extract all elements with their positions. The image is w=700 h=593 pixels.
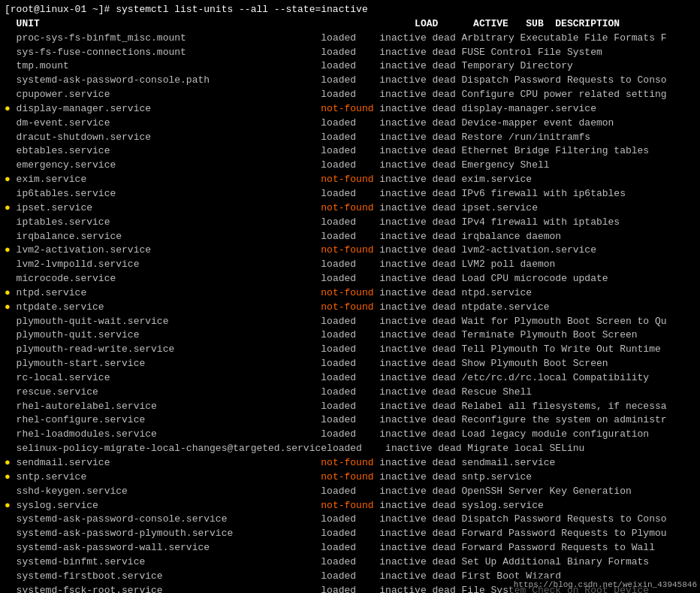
table-row: systemd-ask-password-plymouth.service lo… [2, 527, 698, 541]
active-col: inactive [379, 74, 432, 86]
bullet-icon [5, 316, 17, 327]
load-col: not-found [321, 287, 379, 298]
sub-col: dead [433, 428, 462, 440]
desc-col: Device-mapper event daemon [462, 117, 614, 129]
desc-col: Load legacy module configuration [462, 428, 650, 440]
load-col: loaded [321, 32, 379, 44]
desc-col: Emergency Shell [462, 159, 550, 171]
unit-col: selinux-policy-migrate-local-changes@tar… [17, 443, 327, 454]
active-col: inactive [379, 358, 432, 369]
unit-col: plymouth-start.service [17, 358, 321, 369]
table-row: ● lvm2-activation.service not-found inac… [2, 244, 698, 258]
active-col: inactive [379, 47, 432, 58]
table-row: selinux-policy-migrate-local-changes@tar… [2, 442, 698, 456]
bullet-icon [5, 414, 17, 425]
desc-col: Temporary Directory [462, 60, 573, 71]
bullet-icon [5, 329, 17, 340]
unit-col: systemd-ask-password-wall.service [17, 542, 321, 553]
sub-col: dead [433, 32, 462, 44]
table-row: rhel-autorelabel.service loaded inactive… [2, 400, 698, 414]
active-col: inactive [379, 216, 432, 228]
table-row: ● ipset.service not-found inactive dead … [2, 201, 698, 216]
table-row: systemd-binfmt.service loaded inactive d… [2, 555, 698, 570]
table-row: plymouth-start.service loaded inactive d… [2, 357, 698, 371]
sub-col: dead [433, 273, 462, 284]
unit-col: dm-event.service [17, 117, 321, 129]
bullet-icon [5, 188, 17, 199]
bullet-icon [5, 231, 17, 242]
desc-col: OpenSSH Server Key Generation [462, 486, 632, 497]
desc-col: Forward Password Requests to Wall [462, 542, 655, 553]
bullet-icon: ● [5, 103, 17, 114]
desc-col: Dispatch Password Requests to Conso [462, 74, 667, 86]
bullet-icon [5, 145, 17, 156]
bullet-icon: ● [5, 500, 17, 511]
sub-col: dead [433, 145, 462, 156]
load-col: loaded [321, 556, 379, 567]
table-row: tmp.mount loaded inactive dead Temporary… [2, 59, 698, 74]
desc-col: IPv4 firewall with iptables [462, 216, 620, 228]
unit-col: sshd-keygen.service [17, 486, 321, 497]
desc-col: Tell Plymouth To Write Out Runtime [462, 343, 661, 355]
sub-col: dead [433, 329, 462, 340]
load-col: loaded [321, 60, 379, 71]
load-col: loaded [321, 159, 379, 171]
load-col: loaded [321, 372, 379, 383]
sub-col: dead [433, 556, 462, 567]
desc-col: Restore /run/initramfs [462, 132, 591, 143]
sub-col: dead [433, 159, 462, 171]
sub-col: dead [433, 570, 462, 582]
load-col: loaded [321, 329, 379, 340]
bullet-icon [5, 386, 17, 398]
sub-col: dead [433, 89, 462, 100]
load-col: not-found [321, 500, 379, 511]
desc-col: Terminate Plymouth Boot Screen [462, 329, 638, 340]
table-row: lvm2-lvmpolld.service loaded inactive de… [2, 258, 698, 272]
desc-col: display-manager.service [462, 103, 596, 114]
table-row: rhel-loadmodules.service loaded inactive… [2, 428, 698, 442]
bullet-icon [5, 343, 17, 355]
unit-col: tmp.mount [17, 60, 321, 71]
load-col: loaded [321, 542, 379, 553]
unit-col: plymouth-read-write.service [17, 343, 321, 355]
unit-col: rc-local.service [17, 372, 321, 383]
bullet-icon [5, 372, 17, 383]
unit-col: sendmail.service [17, 457, 321, 468]
unit-col: sntp.service [17, 471, 321, 483]
table-row: emergency.service loaded inactive dead E… [2, 159, 698, 173]
bullet-icon [5, 556, 17, 567]
bullet-icon: ● [5, 301, 17, 313]
load-col: loaded [321, 216, 379, 228]
unit-col: systemd-ask-password-plymouth.service [17, 528, 321, 539]
table-row: systemd-ask-password-console.path loaded… [2, 74, 698, 88]
load-col: loaded [321, 188, 379, 199]
unit-col: emergency.service [17, 159, 321, 171]
bullet-icon [5, 47, 17, 58]
bullet-icon [5, 358, 17, 369]
desc-col: Migrate local SELinu [467, 443, 584, 454]
sub-col: dead [433, 301, 462, 313]
sub-col: dead [433, 471, 462, 483]
sub-col: dead [433, 372, 462, 383]
desc-col: Forward Password Requests to Plymou [462, 528, 667, 539]
bullet-icon [5, 486, 17, 497]
table-row: proc-sys-fs-binfmt_misc.mount loaded ina… [2, 32, 698, 46]
unit-col: sys-fs-fuse-connections.mount [17, 47, 321, 58]
bullet-icon [5, 401, 17, 412]
sub-col: dead [433, 513, 462, 525]
active-col: inactive [379, 273, 432, 284]
unit-col: lvm2-activation.service [17, 244, 321, 256]
header-line: UNIT LOAD ACTIVE SUB DESCRIPTION [2, 17, 698, 32]
sub-col: dead [433, 386, 462, 398]
bullet-icon [5, 428, 17, 440]
load-col: loaded [321, 428, 379, 440]
load-col: loaded [321, 585, 379, 593]
table-row: rescue.service loaded inactive dead Resc… [2, 386, 698, 400]
bullet-icon [5, 542, 17, 553]
load-col: loaded [321, 132, 379, 143]
active-col: inactive [379, 542, 432, 553]
load-col: not-found [321, 301, 379, 313]
unit-col: systemd-binfmt.service [17, 556, 321, 567]
bullet-icon [5, 132, 17, 143]
unit-col: systemd-fsck-root.service [17, 585, 321, 593]
